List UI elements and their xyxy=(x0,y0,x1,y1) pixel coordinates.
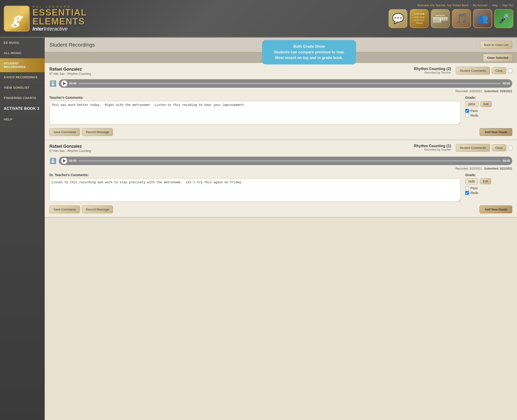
time-end-2: 00:00 xyxy=(503,159,510,163)
time-end-1: 00:00 xyxy=(503,82,510,85)
nav-icons-area: 💬 DATE DUE -Note Study-Scale Quiz-Review… xyxy=(389,9,513,28)
grade-section-2: Grade: redo Edit Pass Redo xyxy=(465,173,512,196)
edit-grade-btn-2[interactable]: Edit xyxy=(480,178,491,184)
add-new-grade-btn-1[interactable]: Add New Grade xyxy=(480,128,512,136)
sidebar-item-ee-music[interactable]: EE MUSIC xyxy=(0,38,45,48)
record-message-btn-2[interactable]: Record Message xyxy=(82,206,113,213)
save-comments-btn-1[interactable]: Save Comments xyxy=(49,128,80,136)
time-start-1: 00:00 xyxy=(69,82,76,85)
sidebar-item-fingering-charts[interactable]: FINGERING CHARTS xyxy=(0,93,45,103)
clear-btn-2[interactable]: Clear xyxy=(492,144,506,151)
recorded-date-1: Recorded: 3/26/2021 Submitted: 3/26/2021 xyxy=(49,90,512,93)
redo-label-1: Redo xyxy=(470,113,478,117)
student-comments-btn-1[interactable]: Student Comments xyxy=(456,67,490,75)
record-message-btn-1[interactable]: Record Message xyxy=(82,128,113,136)
pass-checkbox-2[interactable] xyxy=(465,186,469,190)
tooltip-bubble: Both Grade Show Students can compare pre… xyxy=(262,40,356,64)
recorded-by-1: Recorded by Teacher xyxy=(96,71,451,74)
comments-label-1: Teacher's Comments: xyxy=(49,96,461,99)
play-btn-1[interactable] xyxy=(61,80,67,87)
recording-card-1: Rafael Gonzalez Eb Alto Sax - Rhythm Cou… xyxy=(45,63,517,140)
comments-textarea-1[interactable] xyxy=(49,101,461,124)
recorded-by-2: Recorded by Teacher xyxy=(96,148,451,151)
edit-grade-btn-1[interactable]: Edit xyxy=(480,101,492,107)
pass-checkbox-row-2: Pass xyxy=(465,186,512,190)
sidebar-item-help[interactable]: HELP xyxy=(0,114,45,125)
progress-bar-2[interactable] xyxy=(78,160,501,162)
sidebar: EE MUSIC ALL-MUSIC STUDENT RECORDINGS SA… xyxy=(0,38,45,420)
grade-label-2: Grade: xyxy=(465,173,512,177)
redo-checkbox-2[interactable] xyxy=(465,191,469,195)
clear-selected-button[interactable]: Clear Selected xyxy=(483,54,512,62)
select-checkbox-2[interactable] xyxy=(508,146,512,150)
chat-icon-btn[interactable]: 💬 xyxy=(389,9,407,28)
comments-label-2: Dr. Teacher's Comments: xyxy=(49,173,461,177)
progress-bar-1[interactable] xyxy=(78,83,501,84)
download-icon-2[interactable]: ⬇️ xyxy=(49,158,56,164)
grade-value-2: redo xyxy=(465,178,478,184)
clear-btn-1[interactable]: Clear xyxy=(492,67,506,74)
brand-interactive: InterInteractive xyxy=(32,26,87,32)
sidebar-item-view-songlist[interactable]: VIEW SONGLIST xyxy=(0,82,45,93)
pass-checkbox-row-1: Pass xyxy=(465,109,512,113)
sign-out-link[interactable]: Sign Out xyxy=(502,4,513,7)
save-comments-btn-2[interactable]: Save Comments xyxy=(49,206,80,213)
tooltip-line1: Both Grade Show xyxy=(269,44,349,49)
student-name-1: Rafael Gonzalez xyxy=(49,67,91,72)
right-actions-2: Student Comments Clear xyxy=(456,144,512,152)
tooltip-line3: Most recent on top and in grade book. xyxy=(269,55,349,61)
redo-checkbox-row-1: Redo xyxy=(465,113,512,117)
music-icon-btn[interactable]: 🎵 xyxy=(452,9,471,28)
action-buttons-row-1: Save Comments Record Message Add New Gra… xyxy=(49,128,512,136)
pass-label-1: Pass xyxy=(470,109,478,113)
calendar-icon-btn[interactable]: SMTWTFS xyxy=(431,9,450,28)
student-name-2: Rafael Gonzalez xyxy=(49,144,91,149)
brand-text-area: HAL LEONARD ESSENTIAL ELEMENTS InterInte… xyxy=(32,5,87,32)
page-title: Student Recordings xyxy=(49,42,95,48)
tooltip-line2: Students can compare previous to new. xyxy=(269,49,349,55)
teacher-icon-btn[interactable]: 👥 xyxy=(473,9,492,28)
account-bar: Welcome Any Teacher, Any School Band | M… xyxy=(418,4,513,7)
right-actions-1: Student Comments Clear xyxy=(456,67,512,75)
download-icon-1[interactable]: ⬇️ xyxy=(49,80,56,87)
select-checkbox-1[interactable] xyxy=(508,69,512,73)
sidebar-item-all-music[interactable]: ALL-MUSIC xyxy=(0,48,45,58)
my-account-link[interactable]: My Account xyxy=(473,4,487,7)
content-area: Both Grade Show Students can compare pre… xyxy=(45,38,517,420)
brand-ee1: ESSENTIAL ELEMENTS xyxy=(32,8,87,26)
audio-player-1: 00:00 00:00 xyxy=(59,79,512,88)
recording-card-2: Rafael Gonzalez Eb Alto Sax - Rhythm Cou… xyxy=(45,140,517,217)
app-logo: 𝒈 xyxy=(4,6,30,31)
recorder-icon-btn[interactable]: 🎤 xyxy=(495,9,513,28)
comments-textarea-2[interactable] xyxy=(49,178,461,202)
pass-checkbox-1[interactable] xyxy=(465,109,469,113)
pass-label-2: Pass xyxy=(470,186,478,190)
add-new-grade-btn-2[interactable]: Add New Grade xyxy=(480,206,512,213)
action-buttons-row-2: Save Comments Record Message Add New Gra… xyxy=(49,206,512,213)
audio-row-2: ⬇️ 00:00 00:00 xyxy=(49,157,512,165)
instrument-label-1: Eb Alto Sax - Rhythm Counting xyxy=(49,72,91,75)
assignment-title-1: Rhythm Counting (2) xyxy=(96,67,451,71)
instrument-label-2: Eb Alto Sax - Rhythm Counting xyxy=(49,149,91,153)
comments-section-2: Dr. Teacher's Comments: xyxy=(49,173,461,203)
redo-checkbox-1[interactable] xyxy=(465,113,469,117)
grade-label-1: Grade: xyxy=(465,96,512,99)
redo-checkbox-row-2: Redo xyxy=(465,191,512,195)
sidebar-item-saved-recordings[interactable]: SAVED RECORDINGS xyxy=(0,72,45,82)
date-due-icon-btn[interactable]: DATE DUE -Note Study-Scale Quiz-Review xyxy=(410,9,428,28)
student-comments-btn-2[interactable]: Student Comments xyxy=(456,144,490,152)
redo-label-2: Redo xyxy=(470,191,478,195)
audio-player-2: 00:00 00:00 xyxy=(59,157,512,165)
assignment-title-2: Rhythm Counting (1) xyxy=(96,144,451,148)
recorded-date-2: Recorded: 3/22/2021 Submitted: 3/22/2021 xyxy=(49,167,512,170)
sidebar-item-activate-book-3[interactable]: ACTIVATE BOOK 3 xyxy=(0,103,45,114)
time-start-2: 00:00 xyxy=(69,159,76,163)
back-to-class-list-button[interactable]: Back to Class List xyxy=(480,41,512,49)
sidebar-item-student-recordings[interactable]: STUDENT RECORDINGS xyxy=(0,58,45,72)
play-btn-2[interactable] xyxy=(61,158,67,164)
audio-row-1: ⬇️ 00:00 00:00 xyxy=(49,79,512,88)
grade-section-1: Grade: pass Edit Pass Redo xyxy=(465,96,512,118)
comments-section-1: Teacher's Comments: xyxy=(49,96,461,125)
grade-value-1: pass xyxy=(465,101,479,107)
help-link[interactable]: Help xyxy=(492,4,498,7)
